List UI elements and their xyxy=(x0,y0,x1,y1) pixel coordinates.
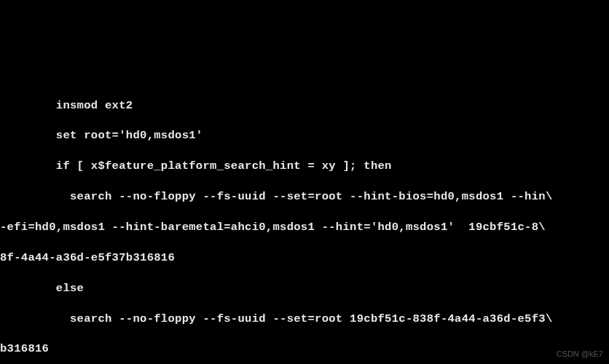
config-line: 8f-4a44-a36d-e5f37b316816 xyxy=(0,250,609,266)
config-line: -efi=hd0,msdos1 --hint-baremetal=ahci0,m… xyxy=(0,220,609,235)
config-line: search --no-floppy --fs-uuid --set=root … xyxy=(0,189,609,205)
watermark: CSDN @kE7 xyxy=(557,349,603,360)
config-line: b316816 xyxy=(0,341,609,357)
config-line: insmod ext2 xyxy=(0,98,609,114)
config-line: set root='hd0,msdos1' xyxy=(0,128,609,143)
config-line: search --no-floppy --fs-uuid --set=root … xyxy=(0,312,609,327)
config-line: if [ x$feature_platform_search_hint = xy… xyxy=(0,159,609,174)
grub-edit-screen[interactable]: insmod ext2 set root='hd0,msdos1' if [ x… xyxy=(0,83,609,364)
config-line: else xyxy=(0,281,609,296)
